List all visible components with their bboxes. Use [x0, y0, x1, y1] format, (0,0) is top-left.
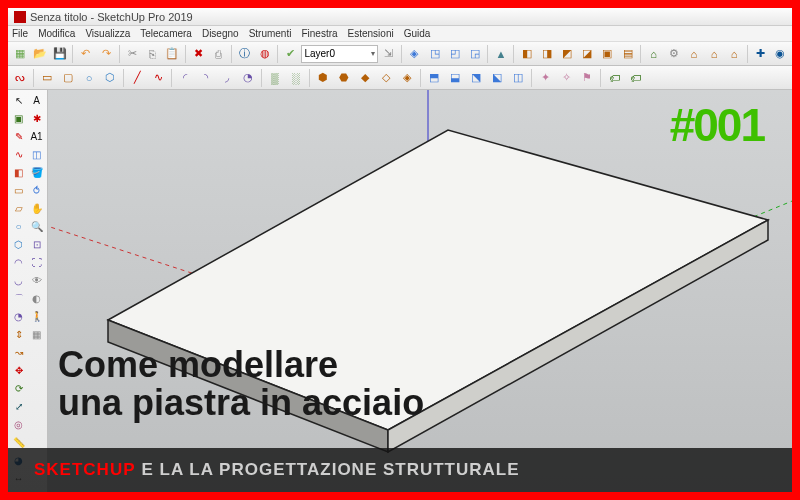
menu-modifica[interactable]: Modifica — [38, 28, 75, 39]
eraser-icon[interactable]: ◧ — [10, 164, 27, 181]
top-icon[interactable]: ◳ — [425, 44, 444, 64]
style2-icon[interactable]: ◨ — [538, 44, 557, 64]
axes-icon[interactable]: ✱ — [28, 110, 45, 127]
line-icon[interactable]: ✎ — [10, 128, 27, 145]
copy-icon[interactable]: ⎘ — [143, 44, 162, 64]
new-icon[interactable]: ▦ — [10, 44, 29, 64]
menu-file[interactable]: File — [12, 28, 28, 39]
scale-icon[interactable]: ⤢ — [10, 398, 27, 415]
arc3pt-icon[interactable]: ⌒ — [10, 290, 27, 307]
dyn3-icon[interactable]: ⚑ — [577, 68, 597, 88]
sb-arc2-icon[interactable]: ◝ — [196, 68, 216, 88]
weld-icon[interactable]: ᔓ — [10, 68, 30, 88]
position-camera-icon[interactable]: 👁 — [28, 272, 45, 289]
sb-line-icon[interactable]: ╱ — [127, 68, 147, 88]
makecomp-icon[interactable]: ▣ — [10, 110, 27, 127]
pie-icon[interactable]: ◔ — [10, 308, 27, 325]
sb-pie-icon[interactable]: ◔ — [238, 68, 258, 88]
sand-drape-icon[interactable]: ◆ — [355, 68, 375, 88]
delete-icon[interactable]: ✖ — [189, 44, 208, 64]
zoomext-icon[interactable]: ⛶ — [28, 254, 45, 271]
style3-icon[interactable]: ◩ — [558, 44, 577, 64]
sb-poly-icon[interactable]: ⬡ — [100, 68, 120, 88]
menu-finestra[interactable]: Finestra — [301, 28, 337, 39]
followme-icon[interactable]: ↝ — [10, 344, 27, 361]
mirror-icon[interactable]: ▲ — [491, 44, 510, 64]
rectangle-icon[interactable]: ▭ — [10, 182, 27, 199]
rotate-icon[interactable]: ⟳ — [10, 380, 27, 397]
geo-icon[interactable]: ◉ — [771, 44, 790, 64]
sandbox1-icon[interactable]: ▒ — [265, 68, 285, 88]
style6-icon[interactable]: ▤ — [618, 44, 637, 64]
redo-icon[interactable]: ↷ — [96, 44, 115, 64]
menu-telecamera[interactable]: Telecamera — [140, 28, 192, 39]
model-info-icon[interactable]: ⓘ — [235, 44, 254, 64]
freehand-icon[interactable]: ∿ — [10, 146, 27, 163]
house1-icon[interactable]: ⌂ — [684, 44, 703, 64]
pan2-icon[interactable]: ✋ — [28, 200, 45, 217]
circle-icon[interactable]: ○ — [10, 218, 27, 235]
pushpull-icon[interactable]: ⇕ — [10, 326, 27, 343]
arc-icon[interactable]: ◠ — [10, 254, 27, 271]
undo-icon[interactable]: ↶ — [76, 44, 95, 64]
layer-manage-icon[interactable]: ⇲ — [379, 44, 398, 64]
section-icon[interactable]: ◫ — [28, 146, 45, 163]
orbit-icon[interactable]: ⥀ — [28, 182, 45, 199]
text3d-icon[interactable]: A1 — [28, 128, 45, 145]
style5-icon[interactable]: ▣ — [598, 44, 617, 64]
sb-arc1-icon[interactable]: ◜ — [175, 68, 195, 88]
save-icon[interactable]: 💾 — [50, 44, 69, 64]
sandbox2-icon[interactable]: ░ — [286, 68, 306, 88]
menu-visualizza[interactable]: Visualizza — [85, 28, 130, 39]
paintbucket-icon[interactable]: 🪣 — [28, 164, 45, 181]
tag2-icon[interactable]: 🏷 — [625, 68, 645, 88]
sand-flip-icon[interactable]: ◈ — [397, 68, 417, 88]
solid2-icon[interactable]: ⬓ — [445, 68, 465, 88]
cut-icon[interactable]: ✂ — [123, 44, 142, 64]
walk-icon[interactable]: 🚶 — [28, 308, 45, 325]
solid3-icon[interactable]: ⬔ — [466, 68, 486, 88]
polygon-icon[interactable]: ⬡ — [10, 236, 27, 253]
sb-free-icon[interactable]: ∿ — [148, 68, 168, 88]
dyn1-icon[interactable]: ✦ — [535, 68, 555, 88]
house2-icon[interactable]: ⌂ — [704, 44, 723, 64]
sand-add-icon[interactable]: ◇ — [376, 68, 396, 88]
iso-icon[interactable]: ◈ — [405, 44, 424, 64]
tag1-icon[interactable]: 🏷 — [604, 68, 624, 88]
style4-icon[interactable]: ◪ — [578, 44, 597, 64]
paint-icon[interactable]: ◍ — [255, 44, 274, 64]
right-icon[interactable]: ◲ — [465, 44, 484, 64]
warehouse-icon[interactable]: ⌂ — [644, 44, 663, 64]
sand-stamp-icon[interactable]: ⬣ — [334, 68, 354, 88]
select-icon[interactable]: ↖ — [10, 92, 27, 109]
house3-icon[interactable]: ⌂ — [725, 44, 744, 64]
menu-guida[interactable]: Guida — [404, 28, 431, 39]
open-icon[interactable]: 📂 — [30, 44, 49, 64]
text-icon[interactable]: A — [28, 92, 45, 109]
solid1-icon[interactable]: ⬒ — [424, 68, 444, 88]
front-icon[interactable]: ◰ — [445, 44, 464, 64]
arc2pt-icon[interactable]: ◡ — [10, 272, 27, 289]
layer-visible-icon[interactable]: ✔ — [281, 44, 300, 64]
sb-arc3-icon[interactable]: ◞ — [217, 68, 237, 88]
menu-strumenti[interactable]: Strumenti — [249, 28, 292, 39]
menu-estensioni[interactable]: Estensioni — [348, 28, 394, 39]
rotrect-icon[interactable]: ▱ — [10, 200, 27, 217]
solid5-icon[interactable]: ◫ — [508, 68, 528, 88]
sb-rect-icon[interactable]: ▭ — [37, 68, 57, 88]
sb-rrect-icon[interactable]: ▢ — [58, 68, 78, 88]
zoomwin-icon[interactable]: ⊡ — [28, 236, 45, 253]
menu-disegno[interactable]: Disegno — [202, 28, 239, 39]
solid4-icon[interactable]: ⬕ — [487, 68, 507, 88]
sb-circle-icon[interactable]: ○ — [79, 68, 99, 88]
offset-icon[interactable]: ◎ — [10, 416, 27, 433]
sectionfill-icon[interactable]: ▦ — [28, 326, 45, 343]
style1-icon[interactable]: ◧ — [517, 44, 536, 64]
zoom2-icon[interactable]: 🔍 — [28, 218, 45, 235]
extension-icon[interactable]: ⚙ — [664, 44, 683, 64]
addloc-icon[interactable]: ✚ — [751, 44, 770, 64]
layer-selector[interactable]: Layer0 — [301, 45, 377, 63]
lookaround-icon[interactable]: ◐ — [28, 290, 45, 307]
move-icon[interactable]: ✥ — [10, 362, 27, 379]
dyn2-icon[interactable]: ✧ — [556, 68, 576, 88]
